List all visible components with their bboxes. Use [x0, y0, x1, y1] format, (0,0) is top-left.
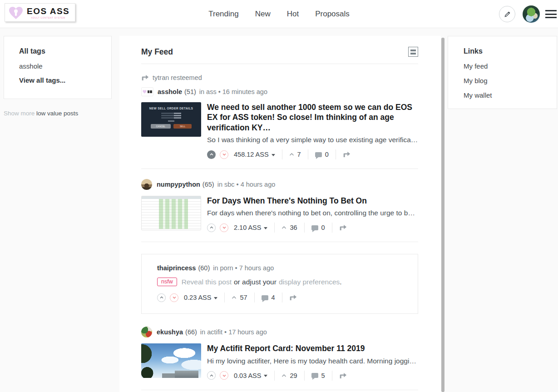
comment-icon — [315, 152, 322, 157]
post-meta[interactable]: in porn • 7 hours ago — [213, 264, 274, 272]
post-item: ekushya (66) in actifit • 17 hours ago M… — [141, 314, 418, 390]
vote-count[interactable]: 57 — [232, 294, 247, 301]
downvote-button[interactable] — [220, 150, 228, 159]
post-excerpt[interactable]: So I was thinking of a very simple way t… — [207, 135, 418, 145]
compose-button[interactable] — [499, 6, 515, 22]
upvote-button[interactable] — [207, 371, 216, 380]
downvote-button[interactable] — [170, 293, 178, 302]
post-thumbnail[interactable]: NEW SELL ORDER DETAILS CANCEL SELL — [141, 102, 201, 137]
payout-dropdown[interactable]: 0.23 ASS — [184, 294, 217, 301]
author-name[interactable]: numpypython — [157, 181, 200, 188]
vote-bar: 0.03 ASS 29 5 — [207, 371, 418, 381]
author-avatar[interactable] — [141, 327, 152, 337]
post-title[interactable]: We need to sell another 1000 steem so we… — [207, 102, 418, 133]
vote-count[interactable]: 29 — [281, 372, 297, 379]
hamburger-icon[interactable] — [545, 10, 557, 18]
vote-count-value: 29 — [290, 372, 297, 379]
header-actions — [499, 0, 558, 28]
post-thumbnail[interactable] — [141, 196, 201, 230]
vote-count[interactable]: 7 — [289, 151, 301, 158]
upvote-button[interactable] — [157, 293, 166, 302]
user-avatar[interactable] — [523, 5, 540, 23]
comment-count-value: 0 — [325, 151, 329, 158]
vote-count-value: 57 — [240, 294, 247, 301]
post-excerpt[interactable]: For days when there's nothing to bet on,… — [207, 208, 418, 218]
nav-new[interactable]: New — [255, 10, 271, 19]
nav-proposals[interactable]: Proposals — [315, 10, 350, 19]
nav-hot[interactable]: Hot — [287, 10, 299, 19]
author-name[interactable]: asshole — [158, 88, 182, 95]
author-avatar[interactable] — [141, 179, 152, 190]
chevron-down-icon — [214, 297, 217, 299]
comment-count[interactable]: 5 — [311, 372, 325, 379]
comment-icon — [311, 373, 318, 378]
period: . — [340, 278, 341, 286]
author-avatar[interactable] — [141, 87, 153, 96]
low-value-posts-link[interactable]: low value posts — [36, 110, 78, 117]
comment-count[interactable]: 0 — [315, 151, 329, 158]
main-nav: Trending New Hot Proposals — [208, 0, 350, 28]
author-name[interactable]: thaiprincess — [157, 264, 196, 272]
display-preferences-link[interactable]: display preferences — [279, 278, 340, 286]
feed-header: My Feed — [141, 36, 418, 64]
payout-dropdown[interactable]: 0.03 ASS — [234, 372, 267, 379]
feed-scrollbar[interactable] — [441, 38, 444, 392]
resteem-button[interactable] — [343, 151, 351, 158]
payout-amount: 458.12 ASS — [234, 151, 269, 158]
payout-amount: 2.10 ASS — [234, 224, 261, 231]
upvote-button[interactable] — [207, 150, 216, 159]
post-title[interactable]: My Actifit Report Card: November 11 2019 — [207, 343, 418, 353]
chevron-up-icon — [232, 296, 237, 299]
resteem-button[interactable] — [339, 372, 347, 379]
my-feed-link[interactable]: My feed — [464, 62, 557, 70]
comment-count[interactable]: 4 — [262, 294, 275, 301]
nsfw-post-card: thaiprincess (60) in porn • 7 hours ago … — [141, 254, 418, 314]
thumb-modal-heading: NEW SELL ORDER DETAILS — [149, 107, 193, 110]
post-title[interactable]: For Days When There's Nothing To Bet On — [207, 196, 418, 206]
logo-tagline: ADULT CONTENT SYSTEM — [31, 16, 65, 19]
author-row: asshole (51) in ass • 16 minutes ago — [141, 87, 418, 96]
post-meta[interactable]: in actifit • 17 hours ago — [200, 328, 267, 336]
my-wallet-link[interactable]: My wallet — [464, 91, 557, 99]
payout-amount: 0.23 ASS — [184, 294, 211, 301]
resteem-button[interactable] — [339, 224, 347, 231]
chevron-up-icon — [289, 153, 294, 156]
view-all-tags-link[interactable]: View all tags... — [19, 76, 111, 84]
author-reputation: (60) — [198, 264, 210, 272]
thumb-sell-button: SELL — [173, 124, 192, 129]
downvote-button[interactable] — [220, 371, 228, 380]
nsfw-badge[interactable]: nsfw — [157, 278, 177, 286]
vote-bar: 2.10 ASS 36 0 — [207, 223, 418, 233]
resteem-button[interactable] — [289, 294, 297, 301]
feed-panel: My Feed tytran resteemed asshole (51) in… — [119, 36, 441, 392]
post-item: tytran resteemed asshole (51) in ass • 1… — [141, 64, 418, 169]
resteemed-by-label[interactable]: tytran resteemed — [153, 74, 202, 81]
chevron-down-icon — [264, 227, 267, 229]
post-thumbnail[interactable] — [141, 343, 201, 378]
nav-trending[interactable]: Trending — [208, 10, 238, 19]
nsfw-row: nsfw Reveal this post or adjust your dis… — [157, 278, 402, 286]
site-logo[interactable]: EOS ASS ADULT CONTENT SYSTEM — [5, 3, 75, 22]
list-layout-toggle-icon[interactable] — [408, 47, 418, 57]
post-meta[interactable]: in ass • 16 minutes ago — [199, 88, 267, 95]
downvote-button[interactable] — [220, 223, 228, 232]
my-blog-link[interactable]: My blog — [464, 77, 557, 84]
post-meta[interactable]: in sbc • 4 hours ago — [217, 181, 276, 188]
tag-link-asshole[interactable]: asshole — [19, 62, 111, 70]
author-row: numpypython (65) in sbc • 4 hours ago — [141, 179, 418, 190]
all-tags-title: All tags — [19, 47, 111, 55]
nsfw-middle-text: or adjust your — [234, 278, 277, 286]
payout-dropdown[interactable]: 458.12 ASS — [234, 151, 275, 158]
links-title: Links — [464, 47, 557, 55]
author-row: ekushya (66) in actifit • 17 hours ago — [141, 327, 418, 337]
payout-dropdown[interactable]: 2.10 ASS — [234, 224, 267, 231]
upvote-button[interactable] — [207, 223, 216, 232]
post-excerpt[interactable]: Hi my loving actifiter, Here is my today… — [207, 357, 418, 366]
vote-count[interactable]: 36 — [281, 224, 297, 231]
reveal-post-link[interactable]: Reveal this post — [182, 278, 232, 286]
vote-count-value: 7 — [297, 151, 301, 158]
comment-icon — [262, 295, 268, 300]
author-name[interactable]: ekushya — [157, 328, 183, 336]
comment-count[interactable]: 0 — [311, 224, 325, 231]
comment-icon — [311, 225, 318, 230]
